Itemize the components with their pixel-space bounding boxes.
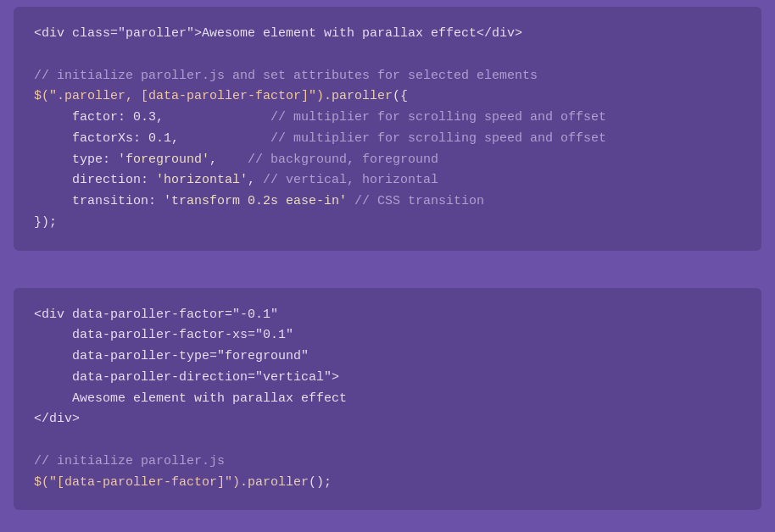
code-line: data-paroller-direction="vertical"> xyxy=(34,368,741,389)
code-line: // initialize paroller.js and set attrib… xyxy=(34,66,741,87)
code-line: data-paroller-type="foreground" xyxy=(34,346,741,368)
block-spacer xyxy=(0,261,775,278)
code-line: </div> xyxy=(34,409,741,430)
code-line-blank xyxy=(34,45,741,66)
code-line: data-paroller-factor-xs="0.1" xyxy=(34,325,741,346)
code-line: transition: 'transform 0.2s ease-in' // … xyxy=(34,191,741,213)
code-line: type: 'foreground', // background, foreg… xyxy=(34,150,741,171)
code-line: Awesome element with parallax effect xyxy=(34,389,741,410)
code-line: }); xyxy=(34,213,741,234)
code-line: $("[data-paroller-factor]").paroller(); xyxy=(34,473,741,494)
code-block-1: <div class="paroller">Awesome element wi… xyxy=(14,7,761,251)
code-line: factor: 0.3, // multiplier for scrolling… xyxy=(34,108,741,129)
code-line: <div class="paroller">Awesome element wi… xyxy=(34,24,741,45)
code-line: // initialize paroller.js xyxy=(34,452,741,473)
code-line: $(".paroller, [data-paroller-factor]").p… xyxy=(34,86,741,108)
page-container: <div class="paroller">Awesome element wi… xyxy=(0,7,775,532)
code-line-blank xyxy=(34,430,741,452)
code-line: factorXs: 0.1, // multiplier for scrolli… xyxy=(34,129,741,150)
code-line: <div data-paroller-factor="-0.1" xyxy=(34,305,741,326)
code-line: direction: 'horizontal', // vertical, ho… xyxy=(34,170,741,191)
code-block-2: <div data-paroller-factor="-0.1" data-pa… xyxy=(14,288,761,511)
